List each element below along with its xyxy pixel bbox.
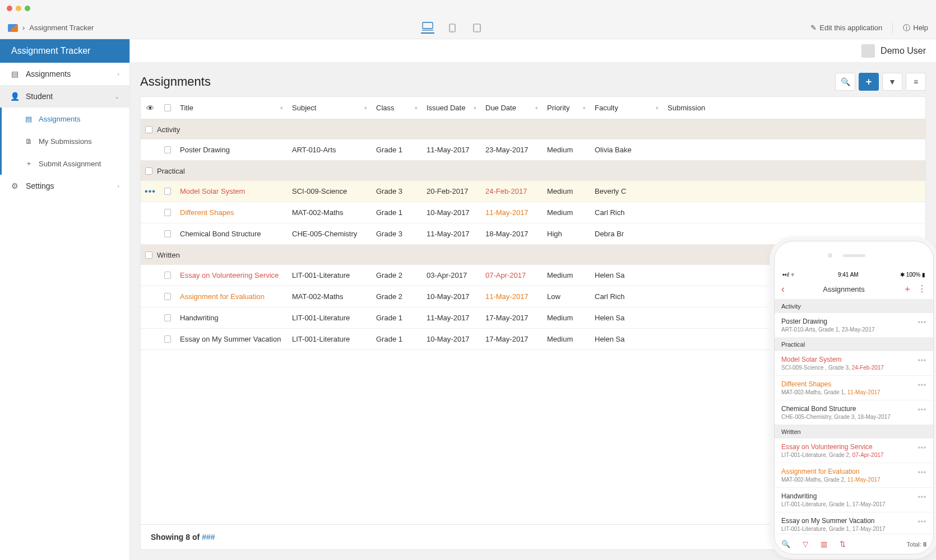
chevron-right-icon: › <box>117 183 119 189</box>
sidebar-sub-submit[interactable]: ＋ Submit Assignment <box>2 152 129 175</box>
filter-icon[interactable]: ▽ <box>803 540 808 548</box>
group-checkbox[interactable] <box>145 126 152 133</box>
cell-subject: SCI-009-Science <box>288 187 372 195</box>
phone-group: Written <box>775 425 933 438</box>
sidebar-sub-submissions[interactable]: 🗎 My Submissions <box>2 130 129 152</box>
eye-icon[interactable]: 👁 <box>146 104 154 113</box>
cell-faculty: Beverly C <box>590 187 663 195</box>
cell-issued: 20-Feb-2017 <box>422 187 481 195</box>
row-checkbox[interactable] <box>164 146 171 153</box>
cell-class: Grade 1 <box>372 146 422 154</box>
add-button[interactable]: + <box>859 73 879 91</box>
row-checkbox[interactable] <box>164 188 171 195</box>
group-label: Activity <box>157 125 180 134</box>
phone-preview: ••ıl ᯤ 9:41 AM ✱ 100% ▮ ‹ Assignments ＋ … <box>774 241 934 554</box>
close-window[interactable] <box>7 6 12 11</box>
sidebar-item-settings[interactable]: ⚙ Settings › <box>0 175 129 197</box>
minimize-window[interactable] <box>16 6 21 11</box>
table-row[interactable]: Poster Drawing ART-010-Arts Grade 1 11-M… <box>141 139 925 161</box>
more-icon[interactable]: ••• <box>918 357 926 365</box>
device-desktop[interactable] <box>421 22 434 34</box>
more-icon[interactable]: ••• <box>918 444 926 452</box>
edit-application[interactable]: ✎ Edit this application <box>810 24 882 32</box>
row-checkbox[interactable] <box>164 293 171 300</box>
kebab-icon[interactable]: ⋮ <box>918 283 926 295</box>
cell-title: Different Shapes <box>175 208 288 217</box>
more-icon[interactable]: ••• <box>918 406 926 414</box>
cell-subject: CHE-005-Chemistry <box>288 230 372 238</box>
cell-issued: 10-May-2017 <box>422 292 481 301</box>
col-title[interactable]: Title▾ <box>175 104 288 112</box>
more-icon[interactable]: ••• <box>918 518 926 526</box>
cell-issued: 11-May-2017 <box>422 230 481 238</box>
filter-button[interactable]: ▼ <box>882 73 902 91</box>
col-priority[interactable]: Priority▾ <box>543 104 590 112</box>
row-more-icon[interactable]: ••• <box>145 186 156 197</box>
table-row[interactable]: ••• Model Solar System SCI-009-Science G… <box>141 181 925 202</box>
device-tablet[interactable] <box>446 22 459 34</box>
footer-showing: Showing 8 of <box>151 533 202 542</box>
sidebar-sub-assignments[interactable]: ▤ Assignments <box>2 108 129 130</box>
search-icon[interactable]: 🔍 <box>781 540 790 548</box>
row-checkbox[interactable] <box>164 230 171 237</box>
phone-item[interactable]: Poster DrawingART-010-Arts, Grade 1, 23-… <box>775 313 933 338</box>
more-icon[interactable]: ••• <box>918 381 926 389</box>
phone-item[interactable]: Assignment for EvaluationMAT-002-Maths, … <box>775 463 933 488</box>
back-icon[interactable]: ‹ <box>781 283 785 295</box>
columns-icon[interactable]: ▥ <box>821 540 827 548</box>
col-class[interactable]: Class▾ <box>372 104 422 112</box>
row-checkbox[interactable] <box>164 272 171 279</box>
cell-subject: LIT-001-Literature <box>288 335 372 343</box>
breadcrumb-app[interactable]: Assignment Tracker <box>29 24 94 32</box>
avatar[interactable] <box>861 44 875 58</box>
phone-item[interactable]: Essay on My Summer VacationLIT-001-Liter… <box>775 512 933 534</box>
menu-button[interactable]: ≡ <box>906 73 926 91</box>
cell-title: Model Solar System <box>175 187 288 195</box>
phone-item[interactable]: HandwritingLIT-001-Literature, Grade 1, … <box>775 488 933 512</box>
search-button[interactable]: 🔍 <box>835 73 855 91</box>
col-issued[interactable]: Issued Date▾ <box>422 104 481 112</box>
sidebar-item-assignments[interactable]: ▤ Assignments › <box>0 63 129 85</box>
user-name[interactable]: Demo User <box>881 46 926 56</box>
col-submission[interactable]: Submission <box>663 104 925 112</box>
book-icon: ▤ <box>10 69 19 78</box>
select-all-checkbox[interactable] <box>164 104 171 111</box>
cell-title: Handwriting <box>175 314 288 322</box>
maximize-window[interactable] <box>25 6 30 11</box>
group-activity[interactable]: Activity <box>141 119 925 139</box>
phone-item[interactable]: Model Solar SystemSCI-009-Science , Grad… <box>775 351 933 376</box>
more-icon[interactable]: ••• <box>918 493 926 501</box>
row-checkbox[interactable] <box>164 314 171 321</box>
cell-due: 23-May-2017 <box>481 146 543 154</box>
pencil-icon: ✎ <box>810 24 817 32</box>
cell-priority: Medium <box>543 271 590 279</box>
more-icon[interactable]: ••• <box>918 469 926 477</box>
chevron-down-icon: ⌄ <box>114 93 119 100</box>
group-practical[interactable]: Practical <box>141 161 925 181</box>
sidebar-title: Assignment Tracker <box>0 39 129 63</box>
sidebar-sub-label: Assignments <box>39 115 80 123</box>
help-label: Help <box>913 24 928 32</box>
plus-icon[interactable]: ＋ <box>903 283 912 295</box>
phone-item[interactable]: Chemical Bond StructureCHE-005-Chemistry… <box>775 400 933 425</box>
group-checkbox[interactable] <box>145 251 152 259</box>
user-row: Demo User <box>130 39 936 63</box>
sidebar-item-student[interactable]: 👤 Student ⌄ <box>0 85 129 108</box>
table-row[interactable]: Different Shapes MAT-002-Maths Grade 1 1… <box>141 202 925 223</box>
sort-icon: ▾ <box>474 105 476 111</box>
cell-subject: ART-010-Arts <box>288 146 372 154</box>
sort-icon[interactable]: ⇅ <box>840 540 846 548</box>
cell-class: Grade 1 <box>372 335 422 343</box>
more-icon[interactable]: ••• <box>918 319 926 326</box>
col-faculty[interactable]: Faculty▾ <box>590 104 663 112</box>
help[interactable]: ⓘ Help <box>903 23 928 33</box>
col-due[interactable]: Due Date▾ <box>481 104 543 112</box>
row-checkbox[interactable] <box>164 209 171 216</box>
row-checkbox[interactable] <box>164 335 171 343</box>
app-logo <box>8 24 18 32</box>
phone-item[interactable]: Different ShapesMAT-002-Maths, Grade 1, … <box>775 376 933 400</box>
phone-item[interactable]: Essay on Volunteering ServiceLIT-001-Lit… <box>775 438 933 463</box>
col-subject[interactable]: Subject▾ <box>288 104 372 112</box>
device-phone[interactable] <box>470 22 484 34</box>
group-checkbox[interactable] <box>145 167 152 175</box>
